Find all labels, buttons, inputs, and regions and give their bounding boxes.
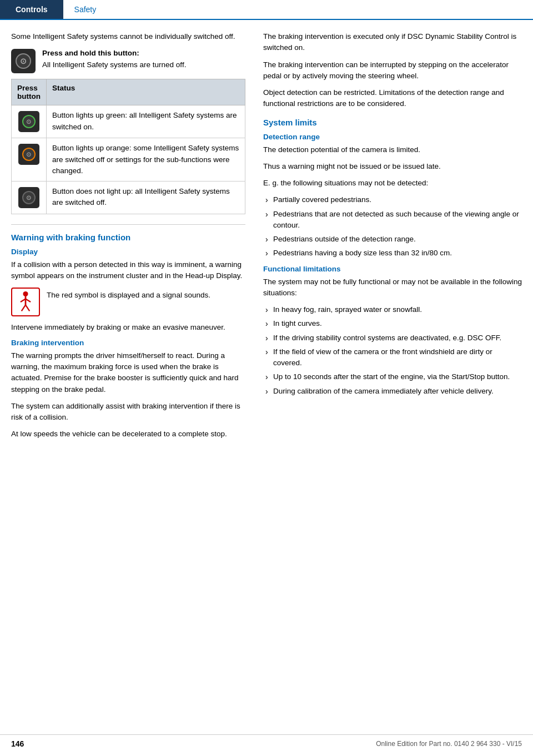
press-status-table: Press button Status ⊙ Button lights up g… xyxy=(11,79,245,214)
list-item: During calibration of the camera immedia… xyxy=(263,386,523,397)
page-footer: 146 Online Edition for Part no. 0140 2 9… xyxy=(0,734,533,748)
button-green-icon: ⊙ xyxy=(18,111,39,132)
braking-intervention-subheading: Braking intervention xyxy=(11,339,245,347)
functional-limitations-bullet-list: In heavy fog, rain, sprayed water or sno… xyxy=(263,304,523,397)
edition-text: Online Edition for Part no. 0140 2 964 3… xyxy=(376,740,522,748)
warning-symbol-row: The red symbol is displayed and a signal… xyxy=(11,288,245,316)
table-header-press-button: Press button xyxy=(12,79,47,105)
list-item: Partially covered pedestrians. xyxy=(263,194,523,205)
list-item: In heavy fog, rain, sprayed water or sno… xyxy=(263,304,523,315)
table-cell-status-green: Button lights up green: all Intelligent … xyxy=(46,105,245,138)
button-orange-icon: ⊙ xyxy=(18,144,39,165)
tab-controls[interactable]: Controls xyxy=(0,0,63,19)
svg-point-0 xyxy=(23,291,28,296)
braking-text-2: The system can additionally assist with … xyxy=(11,401,245,424)
table-header-status: Status xyxy=(46,79,245,105)
detection-text-3: E. g. the following situations may not b… xyxy=(263,178,523,189)
divider xyxy=(11,224,245,225)
main-content: Some Intelligent Safety systems cannot b… xyxy=(0,20,533,446)
detection-range-subheading: Detection range xyxy=(263,133,523,141)
page-header: Controls Safety xyxy=(0,0,533,20)
detection-text-2: Thus a warning might not be issued or be… xyxy=(263,161,523,172)
list-item: In tight curves. xyxy=(263,318,523,329)
braking-text-3: At low speeds the vehicle can be deceler… xyxy=(11,429,245,440)
braking-text-1: The warning prompts the driver himself/h… xyxy=(11,350,245,395)
functional-limitations-subheading: Functional limitations xyxy=(263,265,523,273)
right-braking-text-3: Object detection can be restricted. Limi… xyxy=(263,87,523,110)
warning-pedestrian-icon xyxy=(11,288,40,316)
warning-section-heading: Warning with braking function xyxy=(11,233,245,242)
table-cell-btn-dark: ⊙ xyxy=(12,182,47,214)
table-cell-status-orange: Button lights up orange: some Intelligen… xyxy=(46,138,245,182)
hold-button-icon: ⊙ xyxy=(11,49,36,73)
detection-text-1: The detection potential of the camera is… xyxy=(263,144,523,155)
intro-text: Some Intelligent Safety systems cannot b… xyxy=(11,31,245,42)
warning-signal-text: The red symbol is displayed and a signal… xyxy=(47,288,210,301)
button-inner-circle: ⊙ xyxy=(16,53,31,69)
right-braking-text-2: The braking intervention can be interrup… xyxy=(263,59,523,82)
right-column: The braking intervention is executed onl… xyxy=(255,31,533,446)
table-row: ⊙ Button lights up green: all Intelligen… xyxy=(12,105,245,138)
intervene-text: Intervene immediately by braking or make… xyxy=(11,322,245,333)
table-row: ⊙ Button lights up orange: some Intellig… xyxy=(12,138,245,182)
table-row: ⊙ Button does not light up: all Intellig… xyxy=(12,182,245,214)
list-item: Pedestrians that are not detected as suc… xyxy=(263,209,523,231)
hold-button-row: ⊙ Press and hold this button: All Intell… xyxy=(11,48,245,73)
svg-line-5 xyxy=(26,305,29,311)
list-item: If the field of view of the camera or th… xyxy=(263,346,523,369)
left-column: Some Intelligent Safety systems cannot b… xyxy=(0,31,255,446)
detection-range-bullet-list: Partially covered pedestrians. Pedestria… xyxy=(263,194,523,259)
list-item: Up to 10 seconds after the start of the … xyxy=(263,371,523,382)
button-dark-icon: ⊙ xyxy=(18,187,39,208)
right-braking-text-1: The braking intervention is executed onl… xyxy=(263,31,523,54)
display-text: If a collision with a person detected in… xyxy=(11,259,245,282)
functional-text-1: The system may not be fully functional o… xyxy=(263,276,523,299)
table-cell-btn-orange: ⊙ xyxy=(12,138,47,182)
table-cell-btn-green: ⊙ xyxy=(12,105,47,138)
hold-button-description: Press and hold this button: All Intellig… xyxy=(42,48,186,70)
list-item: If the driving stability control systems… xyxy=(263,332,523,344)
table-cell-status-dark: Button does not light up: all Intelligen… xyxy=(46,182,245,214)
list-item: Pedestrians having a body size less than… xyxy=(263,248,523,259)
display-subheading: Display xyxy=(11,248,245,256)
list-item: Pedestrians outside of the detection ran… xyxy=(263,234,523,245)
svg-line-4 xyxy=(22,305,26,311)
tab-safety[interactable]: Safety xyxy=(63,0,108,20)
system-limits-heading: System limits xyxy=(263,118,523,127)
page-number: 146 xyxy=(11,739,24,748)
